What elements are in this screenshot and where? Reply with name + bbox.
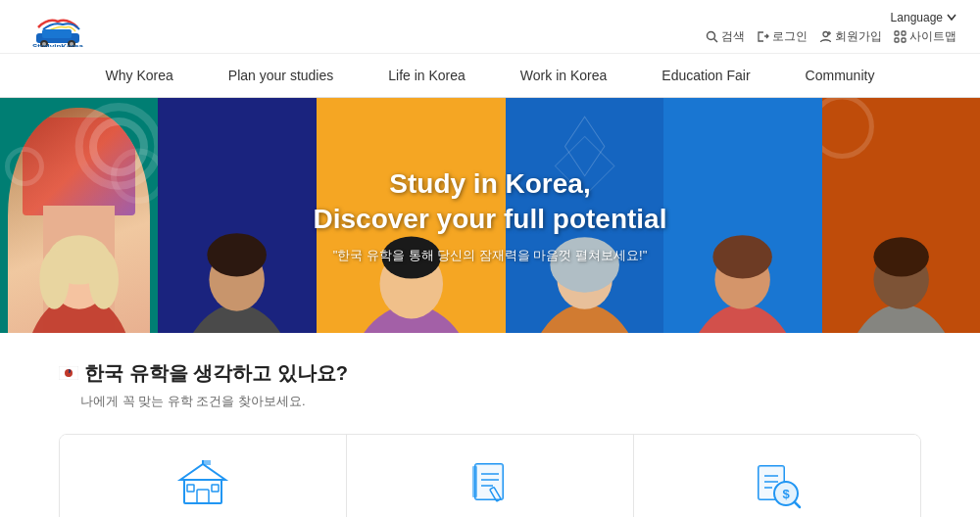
- scholarship-card[interactable]: $ 장학금: [634, 435, 920, 517]
- sitemap-label: 사이트맵: [909, 28, 956, 45]
- section-title: 한국 유학을 생각하고 있나요?: [59, 360, 921, 387]
- nav-life-korea[interactable]: Life in Korea: [361, 54, 493, 97]
- hero-banner: Study in Korea, Discover your full poten…: [0, 98, 980, 333]
- chevron-down-icon: [947, 14, 956, 22]
- login-label: 로그인: [772, 28, 808, 45]
- language-selector[interactable]: Language: [891, 11, 956, 24]
- sitemap-action[interactable]: 사이트맵: [894, 28, 956, 45]
- grid-icon: [894, 30, 906, 43]
- nav-work-korea[interactable]: Work in Korea: [493, 54, 634, 97]
- svg-line-71: [795, 502, 800, 507]
- register-label: 회원가입: [835, 28, 882, 45]
- header: StudyinKorea Language 검색 로그: [0, 0, 980, 54]
- svg-rect-12: [895, 31, 899, 35]
- login-icon: [757, 30, 769, 43]
- study-section: 한국 유학을 생각하고 있나요? 나에게 꼭 맞는 유학 조건을 찾아보세요.: [0, 333, 980, 517]
- nav-education-fair[interactable]: Education Fair: [634, 54, 777, 97]
- svg-text:$: $: [782, 487, 790, 501]
- scholarship-icon: $: [751, 458, 804, 511]
- svg-rect-53: [197, 490, 209, 503]
- header-actions: 검색 로그인 회원가입: [706, 28, 956, 45]
- category-cards: 학교 학과: [59, 434, 921, 517]
- search-icon: [706, 30, 718, 43]
- korean-flag-icon: [59, 362, 78, 385]
- svg-rect-15: [902, 38, 906, 42]
- header-right: Language 검색 로그인: [706, 11, 956, 45]
- register-action[interactable]: 회원가입: [819, 28, 882, 45]
- logo-icon: StudyinKorea: [24, 8, 92, 47]
- school-icon: [176, 458, 229, 511]
- svg-rect-14: [895, 38, 899, 42]
- section-title-text: 한국 유학을 생각하고 있나요?: [84, 360, 348, 387]
- nav-community[interactable]: Community: [778, 54, 903, 97]
- svg-point-7: [708, 31, 715, 39]
- major-icon: [464, 458, 516, 511]
- svg-rect-13: [902, 31, 906, 35]
- search-label: 검색: [721, 28, 745, 45]
- svg-rect-59: [472, 466, 477, 497]
- svg-rect-52: [203, 460, 211, 465]
- nav-plan-studies[interactable]: Plan your studies: [201, 54, 361, 97]
- search-action[interactable]: 검색: [706, 28, 745, 45]
- login-action[interactable]: 로그인: [757, 28, 808, 45]
- svg-marker-50: [180, 464, 225, 480]
- hero-overlay: Study in Korea, Discover your full poten…: [0, 98, 980, 333]
- user-icon: [819, 30, 832, 43]
- svg-rect-54: [187, 485, 194, 492]
- hero-title-line1: Study in Korea, Discover your full poten…: [314, 166, 667, 238]
- svg-line-8: [714, 38, 718, 42]
- major-card[interactable]: 학과: [347, 435, 634, 517]
- svg-rect-55: [212, 485, 219, 492]
- language-label: Language: [891, 11, 943, 24]
- logo[interactable]: StudyinKorea: [24, 8, 92, 47]
- svg-rect-1: [42, 29, 72, 38]
- school-card[interactable]: 학교: [60, 435, 347, 517]
- nav-why-korea[interactable]: Why Korea: [78, 54, 201, 97]
- section-subtitle: 나에게 꼭 맞는 유학 조건을 찾아보세요.: [59, 393, 921, 410]
- svg-text:StudyinKorea: StudyinKorea: [32, 42, 84, 47]
- svg-point-9: [823, 31, 828, 36]
- main-nav: Why Korea Plan your studies Life in Kore…: [0, 54, 980, 98]
- hero-subtitle: "한국 유학을 통해 당신의 잠재력을 마음껏 펼쳐보세요!": [333, 247, 648, 264]
